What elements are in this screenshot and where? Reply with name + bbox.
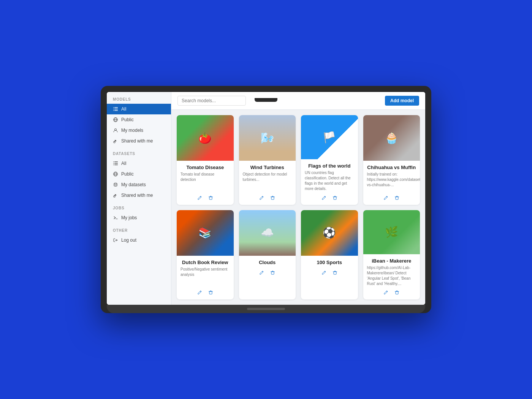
card-image-chihuahua-muffin: 🧁 [363, 115, 420, 161]
svg-rect-40 [271, 272, 274, 274]
globe-icon [113, 117, 118, 122]
sidebar-item-label: Shared with me [121, 138, 153, 144]
svg-rect-11 [114, 162, 118, 162]
card-body-tomato-disease: Tomato DiseaseTomato leaf disease detect… [177, 161, 234, 205]
card-image-dutch-book-review: 📚 [177, 210, 234, 256]
sidebar-item-my-jobs[interactable]: My jobs [107, 212, 171, 223]
svg-point-20 [114, 183, 117, 184]
card-image-wind-turbines: 🌬️ [239, 115, 296, 161]
card-title-flags-world: Flags of the world [305, 163, 354, 169]
share-icon [113, 193, 118, 198]
laptop-hinge [247, 308, 285, 310]
laptop-base [107, 305, 425, 313]
laptop-notch [255, 98, 277, 102]
sidebar-item-label: My jobs [121, 215, 137, 220]
card-title-100-sports: 100 Sports [305, 260, 354, 265]
svg-rect-1 [114, 109, 118, 109]
sidebar-item-all-models[interactable]: All [107, 104, 171, 114]
card-100-sports: ⚽100 Sports [301, 210, 358, 300]
card-title-tomato-disease: Tomato Disease [180, 165, 230, 170]
sidebar: MODELSAllPublicMy modelsShared with meDA… [107, 92, 171, 305]
card-body-100-sports: 100 Sports [301, 256, 358, 300]
svg-rect-14 [113, 162, 114, 162]
top-bar: Add model [171, 92, 425, 110]
card-actions-wind-turbines [243, 192, 292, 202]
svg-rect-0 [114, 107, 118, 108]
svg-rect-31 [334, 197, 336, 200]
svg-rect-16 [113, 165, 114, 165]
card-desc-tomato-disease: Tomato leaf disease detection [180, 172, 230, 192]
card-tomato-disease: 🍅Tomato DiseaseTomato leaf disease detec… [177, 115, 234, 205]
card-actions-dutch-book-review [180, 287, 230, 297]
card-edit-dutch-book-review[interactable] [196, 289, 204, 296]
globe-icon [113, 171, 118, 177]
cards-grid: 🍅Tomato DiseaseTomato leaf disease detec… [171, 110, 425, 305]
card-edit-tomato-disease[interactable] [196, 194, 204, 201]
card-wind-turbines: 🌬️Wind TurbinesObject detection for mode… [239, 115, 296, 205]
svg-rect-28 [271, 197, 274, 200]
edit-icon [259, 270, 264, 275]
card-edit-100-sports[interactable] [320, 269, 328, 276]
card-image-100-sports: ⚽ [301, 210, 358, 256]
sidebar-item-label: Shared with me [121, 193, 153, 198]
delete-icon [394, 195, 399, 200]
card-edit-chihuahua-muffin[interactable] [382, 194, 390, 201]
sidebar-item-my-models[interactable]: My models [107, 125, 171, 136]
sidebar-item-my-datasets[interactable]: My datasets [107, 179, 171, 190]
sidebar-item-label: Log out [121, 238, 136, 243]
card-actions-100-sports [305, 267, 354, 277]
card-title-clouds: Clouds [243, 260, 292, 265]
svg-rect-5 [113, 110, 114, 111]
card-body-clouds: Clouds [239, 256, 296, 300]
user-icon [113, 128, 118, 133]
card-edit-wind-turbines[interactable] [258, 194, 266, 201]
sidebar-item-logout[interactable]: Log out [107, 235, 171, 245]
card-body-dutch-book-review: Dutch Book ReviewPositive/Negative senti… [177, 256, 234, 300]
card-flags-world: 🏳️Flags of the worldUN countries flag cl… [301, 115, 358, 205]
search-input[interactable] [177, 96, 246, 106]
card-edit-ibean-makerere[interactable] [382, 289, 390, 296]
sidebar-item-label: All [121, 161, 126, 166]
card-delete-clouds[interactable] [269, 269, 277, 276]
svg-rect-4 [113, 109, 114, 109]
terminal-icon [113, 215, 118, 220]
delete-icon [208, 290, 213, 295]
card-delete-wind-turbines[interactable] [269, 194, 277, 201]
add-model-button[interactable]: Add model [385, 96, 419, 106]
sidebar-item-label: My datasets [121, 182, 146, 187]
laptop-frame: MODELSAllPublicMy modelsShared with meDA… [101, 86, 431, 313]
card-edit-clouds[interactable] [258, 269, 266, 276]
svg-rect-3 [113, 107, 114, 108]
card-clouds: ☁️Clouds [239, 210, 296, 300]
card-title-dutch-book-review: Dutch Book Review [180, 260, 230, 265]
sidebar-section-models: MODELS [107, 92, 171, 104]
card-title-wind-turbines: Wind Turbines [243, 165, 292, 170]
card-body-chihuahua-muffin: Chihuahua vs MuffinInitially trained on:… [363, 161, 420, 205]
sidebar-item-label: My models [121, 128, 143, 133]
card-delete-tomato-disease[interactable] [207, 194, 215, 201]
delete-icon [394, 290, 399, 295]
edit-icon [259, 195, 264, 200]
sidebar-item-shared-datasets[interactable]: Shared with me [107, 190, 171, 201]
delete-icon [270, 195, 275, 200]
card-edit-flags-world[interactable] [320, 194, 328, 201]
card-delete-100-sports[interactable] [331, 269, 339, 276]
svg-rect-25 [209, 197, 212, 200]
delete-icon [270, 270, 275, 275]
sidebar-item-shared-models[interactable]: Shared with me [107, 136, 171, 146]
card-delete-flags-world[interactable] [331, 194, 339, 201]
card-desc-flags-world: UN countries flag classification. Detect… [305, 170, 354, 192]
card-actions-clouds [243, 267, 292, 277]
card-delete-dutch-book-review[interactable] [207, 289, 215, 296]
svg-rect-12 [114, 163, 118, 164]
card-ibean-makerere: 🌿iBean - Makererehttps://github.com/AI-L… [363, 210, 420, 300]
card-title-chihuahua-muffin: Chihuahua vs Muffin [367, 165, 416, 170]
card-actions-flags-world [305, 192, 354, 202]
card-delete-ibean-makerere[interactable] [393, 289, 401, 296]
card-delete-chihuahua-muffin[interactable] [393, 194, 401, 201]
card-actions-ibean-makerere [367, 287, 416, 297]
sidebar-item-label: All [121, 106, 126, 112]
sidebar-item-public-models[interactable]: Public [107, 114, 171, 125]
sidebar-item-all-datasets[interactable]: All [107, 158, 171, 169]
sidebar-item-public-datasets[interactable]: Public [107, 169, 171, 179]
